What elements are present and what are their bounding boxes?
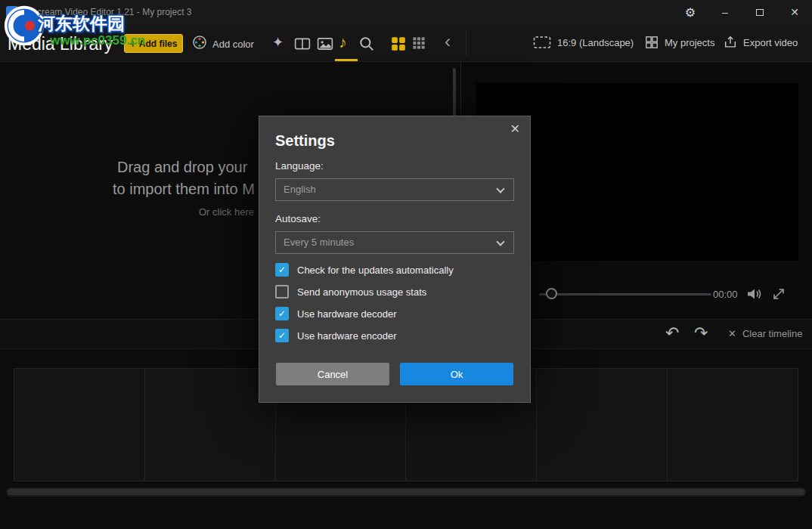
image-icon[interactable] [317,36,333,52]
timeline-scrollbar[interactable] [6,487,806,497]
check-icon: ✓ [278,331,286,340]
checkbox-hw-encoder[interactable]: ✓ [275,329,289,342]
clear-timeline-label: Clear timeline [742,328,802,339]
export-video-label: Export video [743,37,798,48]
drop-hint-line1: Drag and drop your [117,159,247,176]
seek-slider-track[interactable] [539,293,711,295]
dialog-close-icon[interactable]: ✕ [510,122,520,136]
titlebar: Icecream Video Editor 1.21 - My project … [0,0,812,24]
minimize-button[interactable]: – [708,0,742,24]
close-button[interactable]: ✕ [777,0,812,24]
add-color-label: Add color [212,39,254,50]
autosave-dropdown[interactable]: Every 5 minutes [275,231,514,254]
aspect-ratio-label: 16:9 (Landscape) [557,37,634,48]
section-title: Media Library [8,34,113,54]
click-here-hint[interactable]: Or click here [199,206,254,218]
checkbox-row-hw-encoder[interactable]: ✓ Use hardware encoder [275,328,397,343]
transitions-icon[interactable] [294,36,311,52]
timeline-cell [668,369,798,481]
checkbox-hw-decoder-label: Use hardware decoder [297,308,397,320]
timeline-cell [537,369,668,481]
language-dropdown[interactable]: English [275,178,514,201]
effects-star-icon[interactable]: ✦ [272,36,284,49]
dialog-title: Settings [275,132,335,150]
checkbox-row-stats[interactable]: ✓ Send anonymous usage stats [275,284,426,299]
add-files-label: Add files [139,39,178,49]
search-icon[interactable] [358,36,375,52]
checkbox-row-updates[interactable]: ✓ Check for the updates automatically [275,262,454,277]
export-upload-icon [724,36,737,49]
export-video-button[interactable]: Export video [724,36,798,49]
music-note-icon[interactable]: ♪ [339,34,347,50]
my-projects-label: My projects [665,37,714,48]
undo-icon[interactable]: ↶ [665,323,679,343]
active-tab-underline [335,59,358,61]
add-files-button[interactable]: + Add files [124,34,183,53]
settings-dialog: ✕ Settings Language: English Autosave: E… [259,116,531,403]
maximize-icon [756,9,764,16]
my-projects-button[interactable]: My projects [645,36,714,49]
checkbox-row-hw-decoder[interactable]: ✓ Use hardware decoder [275,306,397,321]
checkbox-stats-label: Send anonymous usage stats [297,286,426,298]
checkbox-hw-decoder[interactable]: ✓ [275,307,289,320]
ok-button[interactable]: Ok [400,363,513,385]
cancel-button[interactable]: Cancel [276,363,389,385]
drop-hint-line2: to import them into M [113,181,255,198]
clear-x-icon: ✕ [728,328,736,339]
app-logo-icon [6,6,18,18]
checkbox-updates[interactable]: ✓ [275,263,289,277]
collapse-panel-icon[interactable]: ‹ [445,32,451,51]
checkbox-updates-label: Check for the updates automatically [297,264,454,276]
timeline-cell [14,369,145,481]
redo-icon[interactable]: ↷ [694,323,708,343]
settings-gear-icon[interactable]: ⚙ [677,0,703,24]
aspect-ratio-button[interactable]: 16:9 (Landscape) [533,36,634,49]
plus-icon: + [130,39,136,49]
check-icon: ✓ [278,265,286,274]
check-icon: ✓ [278,309,286,318]
clear-timeline-button[interactable]: ✕ Clear timeline [728,328,802,339]
toolbar-divider [466,30,466,56]
add-color-button[interactable]: Add color [192,36,254,52]
toolbar: Media Library + Add files Add color ✦ ♪ [0,24,812,62]
maximize-button[interactable] [742,0,777,24]
projects-grid-icon [645,36,659,49]
app-window: Icecream Video Editor 1.21 - My project … [0,0,812,529]
timeline-cell [145,369,276,481]
seek-slider-handle[interactable] [546,288,557,299]
aspect-ratio-icon [533,36,551,49]
total-time: 00:00 [713,289,738,300]
language-value: English [276,179,513,200]
autosave-label: Autosave: [275,213,321,224]
language-label: Language: [275,160,324,172]
checkbox-hw-encoder-label: Use hardware encoder [297,330,397,342]
fullscreen-icon[interactable] [771,286,786,302]
autosave-value: Every 5 minutes [276,232,513,253]
volume-icon[interactable] [745,286,764,302]
window-title: Icecream Video Editor 1.21 - My project … [25,7,192,17]
palette-icon [192,35,207,53]
small-grid-view-icon[interactable] [412,36,426,50]
grid-view-icon[interactable] [390,36,407,52]
checkbox-stats[interactable]: ✓ [275,285,289,299]
timeline-scrollbar-thumb[interactable] [8,489,804,495]
